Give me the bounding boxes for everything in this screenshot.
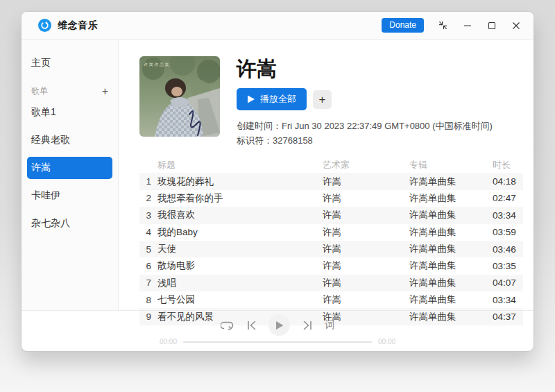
repeat-icon[interactable] — [220, 318, 234, 332]
player-bar: 词 00:00 00:00 — [22, 310, 533, 351]
track-artist: 许嵩 — [323, 293, 409, 306]
play-all-label: 播放全部 — [260, 93, 296, 105]
created-time-label: 创建时间： — [237, 121, 282, 131]
track-rows: 1 玫瑰花的葬礼 许嵩 许嵩单曲集 04:18 2 我想牵着你的手 许嵩 — [139, 173, 523, 325]
main-panel: 许 嵩 作 品 集 许嵩 播放全部 + 创建时间：Fri Jun 30 20 — [119, 40, 533, 310]
col-album: 专辑 — [409, 159, 493, 171]
track-index: 1 — [139, 176, 157, 187]
app-title: 维念音乐 — [58, 19, 98, 32]
sidebar-item-home[interactable]: 主页 — [27, 52, 112, 74]
track-index: 7 — [139, 278, 157, 288]
track-row[interactable]: 5 天使 许嵩 许嵩单曲集 03:46 — [139, 241, 523, 257]
track-album: 许嵩单曲集 — [409, 259, 493, 272]
track-row[interactable]: 6 散场电影 许嵩 许嵩单曲集 03:35 — [139, 257, 523, 274]
col-artist: 艺术家 — [323, 159, 409, 171]
track-row[interactable]: 7 浅唱 许嵩 许嵩单曲集 04:07 — [139, 275, 523, 291]
app-window: 维念音乐 Donate — [21, 11, 534, 352]
track-duration: 03:34 — [493, 295, 527, 305]
add-playlist-icon[interactable]: + — [102, 86, 108, 97]
track-duration: 02:47 — [493, 193, 527, 203]
previous-track-icon[interactable] — [244, 318, 258, 332]
track-row[interactable]: 2 我想牵着你的手 许嵩 许嵩单曲集 02:47 — [139, 190, 523, 207]
player-controls: 词 — [220, 314, 335, 336]
col-duration: 时长 — [493, 159, 527, 171]
progress-bar[interactable] — [183, 341, 372, 343]
svg-text:许 嵩 作 品 集: 许 嵩 作 品 集 — [144, 62, 169, 67]
created-time-value: Fri Jun 30 2023 22:37:49 GMT+0800 (中国标准时… — [282, 121, 493, 131]
sidebar: 主页 歌单 + 歌单1 经典老歌 许嵩 卡哇伊 杂七杂八 — [22, 40, 119, 310]
track-title: 我很喜欢 — [157, 209, 323, 221]
sidebar-item-playlist[interactable]: 卡哇伊 — [27, 185, 112, 207]
close-icon[interactable] — [511, 20, 521, 31]
track-row[interactable]: 8 七号公园 许嵩 许嵩单曲集 03:34 — [139, 291, 523, 308]
add-to-playlist-button[interactable]: + — [313, 90, 332, 109]
sidebar-playlists-section: 歌单 + — [31, 85, 108, 97]
play-pause-button[interactable] — [268, 314, 290, 336]
playlists-section-label: 歌单 — [31, 85, 48, 97]
track-artist: 许嵩 — [323, 277, 409, 289]
playlist-list: 歌单1 经典老歌 许嵩 卡哇伊 杂七杂八 — [22, 101, 118, 235]
track-index: 3 — [139, 210, 157, 221]
lyrics-button[interactable]: 词 — [325, 318, 335, 332]
track-title: 我的Baby — [157, 226, 323, 239]
track-title: 玫瑰花的葬礼 — [157, 176, 323, 188]
desktop-background: 维念音乐 Donate — [0, 0, 555, 392]
track-title: 我想牵着你的手 — [157, 192, 323, 205]
track-row[interactable]: 1 玫瑰花的葬礼 许嵩 许嵩单曲集 04:18 — [139, 173, 523, 189]
track-duration: 03:34 — [493, 210, 527, 221]
sidebar-item-playlist[interactable]: 经典老歌 — [27, 129, 112, 151]
play-icon — [247, 95, 255, 103]
fullscreen-toggle-icon[interactable] — [438, 20, 448, 31]
current-time: 00:00 — [156, 338, 177, 346]
track-title: 散场电影 — [157, 259, 323, 272]
sidebar-item-playlist[interactable]: 杂七杂八 — [27, 212, 112, 235]
track-index: 5 — [139, 244, 157, 255]
track-album: 许嵩单曲集 — [409, 209, 493, 221]
track-duration: 03:46 — [493, 244, 527, 255]
col-title: 标题 — [157, 159, 323, 171]
playlist-meta: 许嵩 播放全部 + 创建时间：Fri Jun 30 2023 22:37:49 … — [237, 56, 493, 148]
track-index: 6 — [139, 261, 157, 271]
track-duration: 04:07 — [493, 278, 527, 288]
app-logo-icon — [38, 19, 51, 32]
track-table: 标题 艺术家 专辑 时长 1 玫瑰花的葬礼 许嵩 许嵩单曲集 04: — [139, 157, 523, 325]
identifier-line: 标识符：32768158 — [237, 133, 493, 148]
track-title: 浅唱 — [157, 277, 323, 289]
track-index: 2 — [139, 193, 157, 203]
total-time: 00:00 — [378, 338, 399, 346]
track-artist: 许嵩 — [323, 209, 409, 221]
track-row[interactable]: 4 我的Baby 许嵩 许嵩单曲集 03:59 — [139, 224, 523, 241]
sidebar-item-playlist[interactable]: 许嵩 — [27, 157, 112, 179]
sidebar-item-playlist[interactable]: 歌单1 — [27, 101, 112, 123]
maximize-icon[interactable] — [486, 20, 497, 31]
title-bar-controls: Donate — [382, 18, 521, 33]
playlist-actions: 播放全部 + — [237, 88, 493, 110]
app-brand: 维念音乐 — [38, 19, 98, 32]
track-album: 许嵩单曲集 — [409, 226, 493, 239]
track-artist: 许嵩 — [323, 226, 409, 239]
track-duration: 04:18 — [493, 176, 527, 187]
track-album: 许嵩单曲集 — [409, 293, 493, 306]
play-icon — [275, 321, 284, 330]
next-track-icon[interactable] — [300, 318, 314, 332]
track-row[interactable]: 3 我很喜欢 许嵩 许嵩单曲集 03:34 — [139, 207, 523, 223]
play-all-button[interactable]: 播放全部 — [237, 88, 307, 110]
track-artist: 许嵩 — [323, 192, 409, 205]
identifier-label: 标识符： — [237, 135, 273, 146]
track-index: 8 — [139, 295, 157, 305]
window-body: 主页 歌单 + 歌单1 经典老歌 许嵩 卡哇伊 杂七杂八 — [22, 40, 533, 310]
track-title: 天使 — [157, 243, 323, 255]
track-duration: 03:59 — [493, 227, 527, 237]
track-artist: 许嵩 — [323, 259, 409, 272]
playlist-cover-image: 许 嵩 作 品 集 — [139, 56, 220, 137]
playlist-title: 许嵩 — [237, 58, 493, 80]
minimize-icon[interactable] — [462, 20, 472, 31]
track-album: 许嵩单曲集 — [409, 176, 493, 188]
track-title: 七号公园 — [157, 293, 323, 306]
progress-section: 00:00 00:00 — [156, 338, 399, 346]
donate-button[interactable]: Donate — [382, 18, 424, 33]
track-artist: 许嵩 — [323, 243, 409, 255]
playlist-header: 许 嵩 作 品 集 许嵩 播放全部 + 创建时间：Fri Jun 30 20 — [139, 56, 523, 148]
track-album: 许嵩单曲集 — [409, 192, 493, 205]
track-artist: 许嵩 — [323, 176, 409, 188]
